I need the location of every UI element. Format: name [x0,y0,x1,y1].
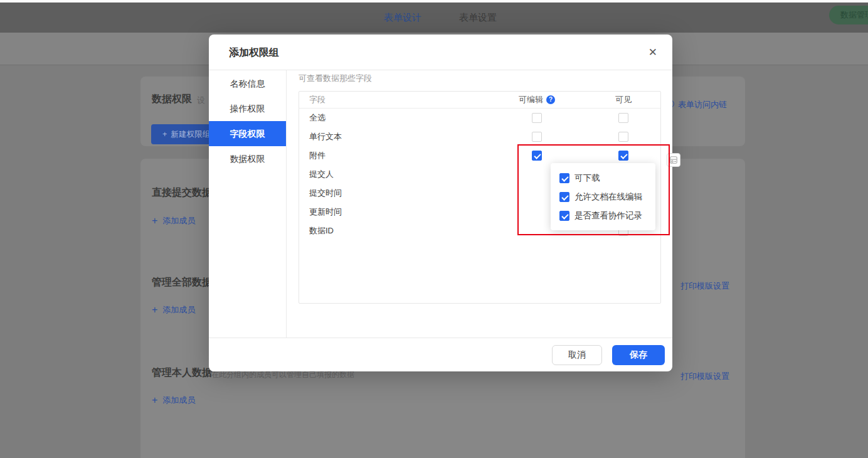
save-button[interactable]: 保存 [612,345,665,365]
popup-option-label: 是否查看协作记录 [574,210,642,221]
sidebar-item-data-permission[interactable]: 数据权限 [209,146,286,171]
popup-option-label: 允许文档在线编辑 [574,191,642,203]
form-access-link[interactable]: 表单访问内链 [678,99,727,110]
plus-icon: + [152,395,157,405]
add-member-label: 添加成员 [162,395,195,406]
tab-form-settings[interactable]: 表单设置 [459,12,497,24]
field-name: 数据ID [299,225,502,237]
checkbox-editable[interactable] [532,113,542,123]
help-icon[interactable]: ? [546,95,555,104]
header-visible: 可见 [615,94,632,105]
sidebar-divider [286,70,287,338]
field-name: 提交人 [299,169,502,180]
sidebar-item-name-info[interactable]: 名称信息 [209,71,286,96]
sidebar-item-operation-permission[interactable]: 操作权限 [209,96,286,121]
modal-title: 添加权限组 [229,46,279,60]
modal-sidebar: 名称信息 操作权限 字段权限 数据权限 [209,71,286,171]
print-template-link[interactable]: 打印模版设置 [680,371,729,382]
popup-option-label: 可下载 [574,173,600,184]
modal-header: 添加权限组 ✕ [209,35,672,70]
table-header-row: 字段 可编辑 ? 可见 [299,92,660,109]
checkbox-downloadable[interactable] [559,173,569,183]
field-name: 附件 [299,150,502,161]
checkbox-visible[interactable] [618,113,628,123]
add-member-label: 添加成员 [162,215,195,226]
checkbox-editable[interactable] [532,132,542,142]
card-subtitle-partial: 设 [197,95,205,106]
tab-form-design[interactable]: 表单设计 [384,12,421,24]
header-editable: 可编辑 [519,94,543,105]
field-name: 更新时间 [299,206,502,218]
checkbox-visible[interactable] [618,132,628,142]
modal-footer: 取消 保存 [209,338,672,371]
table-row-attachment: 附件 [299,146,660,165]
header-field: 字段 [299,94,502,105]
card-title: 数据权限 [152,93,192,106]
plus-icon: + [152,216,157,226]
section-title-direct-submit: 直接提交数据 [152,186,212,200]
add-member-link[interactable]: + 添加成员 [152,215,195,226]
sidebar-item-field-permission[interactable]: 字段权限 [209,121,286,146]
plus-icon: + [152,305,157,315]
field-name: 提交时间 [299,188,502,199]
attachment-options-popup: 可下载 允许文档在线编辑 是否查看协作记录 [551,163,655,230]
print-template-link[interactable]: 打印模版设置 [680,280,729,292]
checkbox-editable[interactable] [532,151,542,161]
close-icon[interactable]: ✕ [648,46,657,59]
popup-option: 是否查看协作记录 [559,206,655,225]
popup-option: 可下载 [559,169,655,188]
table-row: 单行文本 [299,127,660,146]
top-toolbar: 表单设计 表单设置 数据管理 [0,3,868,33]
popup-option: 允许文档在线编辑 [559,188,655,206]
section-label: 可查看数据那些字段 [299,73,372,84]
toolbar-tabs: 表单设计 表单设置 [0,3,868,33]
checkbox-visible[interactable] [618,151,628,161]
field-name: 全选 [299,112,502,124]
add-member-link[interactable]: + 添加成员 [152,395,195,406]
section-title-manage-all: 管理全部数据 [152,276,212,289]
checkbox-collab-record[interactable] [559,211,569,221]
data-management-button[interactable]: 数据管理 [829,6,868,24]
checkbox-online-edit[interactable] [559,192,569,202]
add-member-link[interactable]: + 添加成员 [152,304,195,316]
form-settings-icon [669,156,678,164]
table-row: 全选 [299,109,660,127]
field-name: 单行文本 [299,131,502,142]
new-permission-group-label: 新建权限组 [171,129,210,140]
add-member-label: 添加成员 [162,304,195,316]
cancel-button[interactable]: 取消 [552,345,602,365]
plus-icon: + [162,130,167,139]
attachment-settings-button[interactable] [667,153,680,167]
section-title-manage-own: 管理本人数据 [152,366,212,380]
